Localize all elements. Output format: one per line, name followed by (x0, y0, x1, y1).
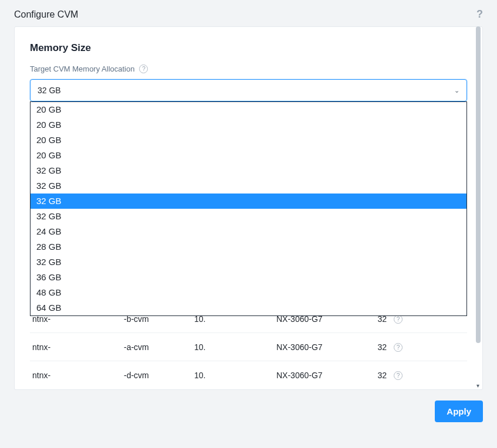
dialog-footer: Apply (0, 390, 497, 422)
memory-select-value: 32 GB (38, 86, 61, 95)
dialog-header: Configure CVM ? (0, 0, 497, 26)
ip: 10. (194, 371, 276, 380)
memory-option[interactable]: 32 GB (31, 178, 466, 194)
memory-dropdown[interactable]: 20 GB20 GB20 GB20 GB32 GB32 GB32 GB32 GB… (30, 101, 467, 316)
info-icon[interactable]: ? (394, 343, 403, 352)
section-title-memory: Memory Size (30, 42, 467, 54)
memory-allocation-label: Target CVM Memory Allocation (30, 65, 134, 73)
memory-option[interactable]: 28 GB (31, 239, 466, 254)
memory-select-container: 32 GB ⌄ 20 GB20 GB20 GB20 GB32 GB32 GB32… (30, 79, 467, 101)
row-info-icon[interactable]: ? (394, 342, 411, 352)
ip: 10. (194, 342, 276, 352)
model: NX-3060-G7 (276, 342, 364, 352)
info-icon[interactable]: ? (139, 65, 148, 73)
mem-value: 32 (364, 342, 394, 352)
memory-select[interactable]: 32 GB ⌄ (30, 79, 467, 101)
memory-option[interactable]: 32 GB (31, 163, 466, 178)
info-icon[interactable]: ? (394, 371, 403, 380)
help-icon[interactable]: ? (476, 8, 483, 21)
configure-cvm-dialog: Configure CVM ? Memory Size Target CVM M… (0, 0, 497, 448)
host-suffix: -d-cvm (124, 371, 194, 380)
main-panel: Memory Size Target CVM Memory Allocation… (14, 26, 483, 390)
model: NX-3060-G7 (276, 371, 364, 380)
host-prefix: ntnx- (30, 342, 124, 352)
scrollbar-track[interactable]: ▾ (476, 26, 481, 390)
memory-option[interactable]: 20 GB (31, 133, 466, 148)
info-icon[interactable]: ? (394, 315, 403, 324)
memory-option[interactable]: 20 GB (31, 148, 466, 163)
host-prefix: ntnx- (30, 371, 124, 380)
table-row: ntnx--a-cvm10.NX-3060-G732? (30, 332, 467, 361)
memory-option[interactable]: 24 GB (31, 224, 466, 239)
dialog-title: Configure CVM (14, 9, 78, 20)
memory-option[interactable]: 20 GB (31, 117, 466, 133)
memory-option[interactable]: 32 GB (31, 209, 466, 224)
chevron-down-icon: ⌄ (454, 87, 459, 94)
host-suffix: -a-cvm (124, 342, 194, 352)
mem-value: 32 (364, 371, 394, 380)
memory-option[interactable]: 32 GB (31, 194, 466, 209)
memory-option[interactable]: 64 GB (31, 300, 466, 315)
memory-option[interactable]: 32 GB (31, 254, 466, 270)
memory-option[interactable]: 36 GB (31, 270, 466, 285)
scroll-down-arrow-icon[interactable]: ▾ (476, 382, 479, 389)
scrollbar-thumb[interactable] (476, 26, 481, 343)
apply-button[interactable]: Apply (435, 401, 483, 422)
field-label-row: Target CVM Memory Allocation ? (30, 65, 467, 73)
row-info-icon[interactable]: ? (394, 370, 411, 381)
memory-option[interactable]: 20 GB (31, 102, 466, 117)
memory-option[interactable]: 48 GB (31, 285, 466, 300)
table-row: ntnx--d-cvm10.NX-3060-G732? (30, 361, 467, 389)
panel-wrap: Memory Size Target CVM Memory Allocation… (14, 26, 483, 390)
